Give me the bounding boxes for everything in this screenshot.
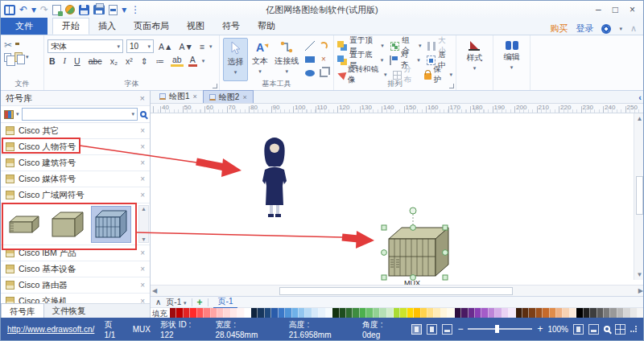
library-item[interactable]: Cisco IBM 产品× (1, 245, 150, 261)
increase-font-icon[interactable]: A▲ (157, 42, 174, 51)
symbol-search-input[interactable]: ▾ (22, 108, 138, 121)
zoom-slider[interactable] (468, 328, 532, 330)
collapse-ribbon-icon[interactable]: ∧ (630, 23, 637, 34)
library-item[interactable]: Cisco 路由器× (1, 277, 150, 294)
thumb-scroll-up-icon[interactable]: ▲ (141, 206, 147, 212)
tab-page-layout[interactable]: 页面布局 (125, 18, 178, 35)
doc-tab-close-icon[interactable]: × (193, 92, 197, 101)
library-close-icon[interactable]: × (140, 158, 145, 167)
paste-icon[interactable] (14, 52, 23, 62)
edrawsoft-link[interactable]: http://www.edrawsoft.cn/ (7, 325, 94, 334)
app-icon[interactable] (4, 5, 15, 15)
library-item[interactable]: Cisco 建筑符号× (1, 155, 150, 171)
fit-page-icon[interactable] (573, 324, 584, 335)
magnifier-icon[interactable] (604, 326, 610, 332)
export-dropdown-icon[interactable]: ▾ (122, 4, 126, 15)
minimize-button[interactable]: – (596, 4, 601, 15)
bold-button[interactable]: B (47, 56, 57, 66)
tab-insert[interactable]: 插入 (89, 18, 125, 35)
text-tool-button[interactable]: A 文本 ▾ (248, 38, 273, 81)
print-icon[interactable] (93, 5, 105, 14)
copy-icon[interactable] (4, 53, 11, 62)
library-close-icon[interactable]: × (140, 142, 145, 151)
thumbnail-scrollbar[interactable]: ▲ ▼ (138, 205, 149, 243)
panel-tab-file-recovery[interactable]: 文件恢复 (44, 303, 94, 319)
italic-button[interactable]: I (62, 56, 68, 65)
doc-tab-drawing1[interactable]: 绘图1 × (154, 90, 203, 103)
page-tab-1[interactable]: 页-1 (213, 296, 238, 309)
font-color-dropdown-icon[interactable]: ▾ (202, 58, 205, 64)
font-dialog-launcher-icon[interactable] (213, 84, 217, 88)
horizontal-scroll-thumb[interactable] (279, 287, 513, 295)
view-page-icon[interactable] (427, 324, 437, 335)
rotation-handle[interactable] (410, 207, 416, 214)
vertical-scroll-thumb[interactable] (636, 176, 643, 215)
doc-tab-close-icon[interactable]: × (242, 93, 246, 101)
style-button[interactable]: 样式 ▾ (460, 38, 489, 81)
library-manager-icon[interactable] (4, 110, 14, 119)
font-color-button[interactable]: A (188, 55, 197, 67)
close-button[interactable]: × (630, 4, 635, 15)
maximize-button[interactable]: □ (613, 4, 618, 15)
zoom-slider-thumb[interactable] (495, 325, 499, 333)
settings-dropdown-icon[interactable]: ▾ (619, 26, 622, 32)
fit-width-icon[interactable] (588, 324, 599, 335)
buy-button[interactable]: 购买 (550, 23, 568, 35)
superscript-button[interactable]: x² (124, 56, 134, 66)
scroll-right-icon[interactable]: ▶ (638, 287, 643, 294)
pan-grid-icon[interactable] (615, 324, 625, 335)
view-normal-icon[interactable] (411, 324, 422, 335)
tab-view[interactable]: 视图 (178, 18, 213, 35)
customize-toolbar-icon[interactable]: ⋮ (130, 4, 140, 15)
cut-icon[interactable]: ✂ (4, 39, 12, 51)
add-page-icon[interactable]: + (197, 297, 203, 308)
font-name-combo[interactable]: 宋体▾ (47, 39, 123, 53)
library-close-icon[interactable]: × (140, 281, 145, 290)
library-close-icon[interactable]: × (140, 126, 145, 135)
library-close-icon[interactable]: × (140, 249, 145, 257)
shape-woman-figure[interactable] (256, 136, 293, 218)
tab-home[interactable]: 开始 (52, 18, 89, 35)
panel-tab-symbol-library[interactable]: 符号库 (1, 303, 44, 319)
tab-help[interactable]: 帮助 (249, 18, 284, 35)
symbol-thumb-box-tall[interactable] (47, 206, 88, 243)
subscript-button[interactable]: x₂ (109, 56, 119, 66)
arrange-dialog-launcher-icon[interactable] (449, 84, 454, 88)
save-icon[interactable] (79, 5, 89, 15)
zoom-out-icon[interactable]: − (457, 323, 463, 335)
edit-button[interactable]: 编辑 ▾ (497, 38, 526, 81)
connector-tool-button[interactable]: 连接线 ▾ (272, 38, 301, 81)
tab-symbols[interactable]: 符号 (213, 18, 249, 35)
library-item[interactable]: Cisco 媒体符号× (1, 171, 150, 187)
export-icon[interactable] (109, 5, 118, 15)
thumb-scroll-down-icon[interactable]: ▼ (141, 236, 147, 242)
vertical-scrollbar[interactable]: ▲ ▼ (634, 113, 644, 280)
line-tool-icon[interactable] (303, 39, 316, 52)
login-button[interactable]: 登录 (576, 23, 593, 35)
drawing-sheet[interactable]: MUX ▲ ▼ (151, 113, 644, 285)
undo-icon[interactable]: ↶ (19, 4, 27, 15)
library-item[interactable]: Cisco 人物符号× (1, 139, 150, 155)
shape-mux-selected[interactable]: MUX (373, 203, 456, 285)
bullet-list-icon[interactable]: ≔ (155, 56, 167, 66)
resize-grip[interactable] (630, 326, 637, 332)
collapse-pagebar-icon[interactable]: ∧ (155, 298, 161, 306)
zoom-level[interactable]: 100% (547, 325, 568, 334)
ellipse-tool-icon[interactable] (303, 67, 316, 80)
library-manager-dropdown-icon[interactable]: ▾ (16, 111, 19, 117)
paste-dropdown-icon[interactable]: ▾ (26, 54, 29, 60)
panel-close-icon[interactable]: × (140, 93, 145, 103)
web-service-icon[interactable] (65, 5, 75, 14)
line-spacing-icon[interactable]: ⇕ (139, 56, 150, 66)
library-item[interactable]: Cisco 广域网符号× (1, 187, 150, 203)
page-selector[interactable]: 页-1 ▾ (166, 297, 186, 308)
undo-dropdown-icon[interactable]: ▾ (31, 4, 36, 15)
view-fullscreen-icon[interactable] (442, 324, 452, 335)
doc-tab-drawing2[interactable]: 绘图2 × (203, 90, 254, 103)
library-close-icon[interactable]: × (140, 265, 145, 273)
curve-tool-icon[interactable] (317, 39, 330, 52)
text-align-dropdown-icon[interactable]: ▾ (209, 43, 213, 50)
font-size-combo[interactable]: 10▾ (126, 39, 154, 53)
highlight-color-button[interactable]: ab (171, 55, 184, 67)
import-page-icon[interactable] (52, 5, 61, 15)
